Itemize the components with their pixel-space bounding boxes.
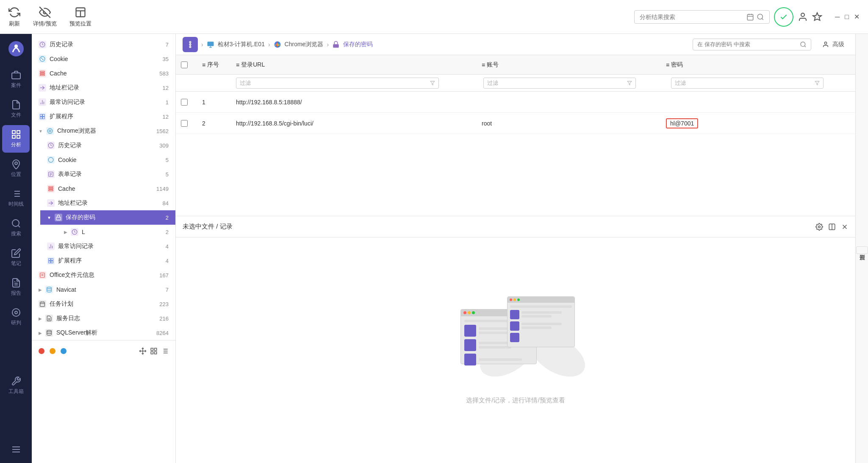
sidebar-item-chrome-ext[interactable]: 扩展程序 4 (40, 254, 175, 268)
filter-account-col: 过滤 (483, 78, 671, 89)
nav-item-tools[interactable]: 工具箱 (2, 372, 30, 399)
filter-pwd-input[interactable]: 过滤 (671, 78, 824, 89)
layout-split-icon[interactable] (828, 223, 836, 231)
nav-item-timeline[interactable]: 时间线 (2, 184, 30, 212)
row2-password: hl@7001 (666, 118, 850, 128)
nav-item-notes[interactable]: 笔记 (2, 244, 30, 271)
minimize-button[interactable]: ─ (835, 13, 840, 21)
sidebar-item-office[interactable]: Office文件元信息 167 (32, 268, 175, 282)
sidebar-item-cache-top[interactable]: Cache 583 (32, 66, 175, 81)
chrome-breadcrumb-icon (274, 41, 281, 48)
table-row[interactable]: 2 http://192.168.8.5/cgi-bin/luci/ root … (176, 113, 855, 134)
nav-item-search[interactable]: 搜索 (2, 214, 30, 242)
svg-rect-75 (151, 348, 153, 350)
svg-point-28 (15, 311, 17, 314)
row1-url: http://192.168.8.5:18888/ (236, 99, 482, 106)
svg-marker-101 (815, 81, 819, 85)
refresh-button[interactable]: 刷新 (8, 6, 20, 28)
svg-marker-99 (430, 81, 435, 85)
search-input[interactable] (640, 14, 746, 20)
svg-point-85 (189, 44, 191, 45)
layout-icon (75, 6, 86, 18)
svg-line-97 (804, 46, 806, 47)
sidebar-item-L[interactable]: ▶ L 2 (57, 225, 175, 239)
sidebar-item-cookie-top[interactable]: Cookie 35 (32, 52, 175, 66)
cache-icon (39, 70, 46, 77)
log-icon (45, 315, 53, 322)
table-row[interactable]: 1 http://192.168.8.5:18888/ (176, 92, 855, 113)
user-icon[interactable] (798, 12, 808, 22)
filter-account-icon (627, 81, 632, 86)
chrome-icon (46, 127, 54, 135)
filter-pwd-icon (815, 81, 820, 86)
row2-checkbox[interactable] (181, 120, 188, 127)
close-button[interactable]: ✕ (854, 13, 860, 21)
svg-rect-61 (51, 261, 53, 263)
sidebar-item-address-top[interactable]: 地址栏记录 12 (32, 81, 175, 95)
sidebar-item-taskplan[interactable]: 任务计划 223 (32, 297, 175, 311)
settings-column-label[interactable]: 设置列 (856, 246, 868, 254)
nav-menu-button[interactable] (2, 440, 30, 459)
move-icon[interactable] (139, 347, 147, 355)
cache-chrome-icon (47, 185, 55, 192)
sidebar-item-chrome-address[interactable]: 地址栏记录 84 (40, 196, 175, 210)
filter-url-input[interactable]: 过滤 (236, 78, 439, 89)
breadcrumb-search-box[interactable] (693, 39, 811, 50)
sidebar-item-navicat[interactable]: ▶ Navicat 7 (32, 282, 175, 297)
sidebar-item-chrome-freq[interactable]: 最常访问记录 4 (40, 239, 175, 254)
nav-item-location[interactable]: 位置 (2, 155, 30, 182)
close-preview-icon[interactable] (841, 223, 849, 231)
svg-rect-41 (43, 114, 45, 117)
svg-rect-56 (56, 217, 61, 220)
svg-rect-36 (40, 71, 45, 72)
svg-rect-14 (17, 131, 20, 134)
grid-icon[interactable] (150, 347, 158, 355)
svg-rect-52 (49, 187, 53, 187)
app-logo (6, 38, 27, 59)
sidebar-item-chrome[interactable]: ▼ Chrome浏览器 1562 (32, 124, 175, 138)
source-icon (183, 37, 198, 52)
row1-checkbox[interactable] (181, 99, 188, 106)
svg-point-9 (801, 13, 804, 17)
nav-item-analysis[interactable]: 分析 (2, 125, 30, 153)
sidebar-item-sqlserver[interactable]: ▶ SQLServer解析 8264 (32, 326, 175, 340)
sidebar-item-chrome-cookie[interactable]: Cookie 5 (40, 153, 175, 167)
search-box[interactable] (634, 10, 770, 24)
calendar-icon[interactable] (746, 13, 754, 21)
svg-rect-53 (49, 188, 53, 189)
check-icon (779, 13, 788, 21)
sidebar-item-saved-passwords[interactable]: ▼ 保存的密码 2 (40, 210, 175, 225)
list-icon[interactable] (161, 347, 169, 355)
refresh-icon (8, 6, 20, 18)
details-button[interactable]: 详情/预览 (33, 6, 57, 28)
nav-item-file[interactable]: 文件 (2, 95, 30, 123)
breadcrumb-search-input[interactable] (697, 41, 800, 47)
nav-item-report[interactable]: 报告 (2, 273, 30, 301)
sidebar-item-chrome-form[interactable]: 表单记录 5 (40, 167, 175, 181)
cookie-icon (39, 55, 46, 63)
office-icon (39, 271, 46, 279)
dot-yellow (50, 348, 55, 354)
computer-icon (207, 41, 214, 48)
sidebar-item-freq-top[interactable]: 最常访问记录 1 (32, 95, 175, 109)
svg-rect-16 (17, 135, 20, 138)
select-all-checkbox[interactable] (181, 61, 188, 68)
nav-item-research[interactable]: 研判 (2, 303, 30, 331)
header-url: ≡ 登录URL (236, 61, 482, 69)
address-icon (39, 84, 46, 92)
sidebar-item-ext-top[interactable]: 扩展程序 12 (32, 109, 175, 124)
pin-icon[interactable] (812, 12, 822, 22)
password-icon (55, 214, 62, 221)
svg-rect-90 (207, 42, 214, 46)
settings-icon[interactable] (815, 223, 823, 231)
advanced-button[interactable]: 高级 (818, 39, 849, 50)
preview-position-button[interactable]: 预览位置 (69, 6, 92, 28)
sidebar-item-chrome-cache[interactable]: Cache 1149 (40, 181, 175, 196)
sidebar-item-servicelog[interactable]: ▶ 服务日志 216 (32, 311, 175, 326)
filter-account-input[interactable]: 过滤 (483, 78, 636, 89)
sidebar-item-chrome-history[interactable]: 历史记录 309 (40, 138, 175, 153)
maximize-button[interactable]: □ (845, 13, 849, 21)
nav-item-case[interactable]: 案件 (2, 66, 30, 93)
search-icon[interactable] (757, 13, 764, 21)
sidebar-item-history-top[interactable]: 历史记录 7 (32, 37, 175, 52)
